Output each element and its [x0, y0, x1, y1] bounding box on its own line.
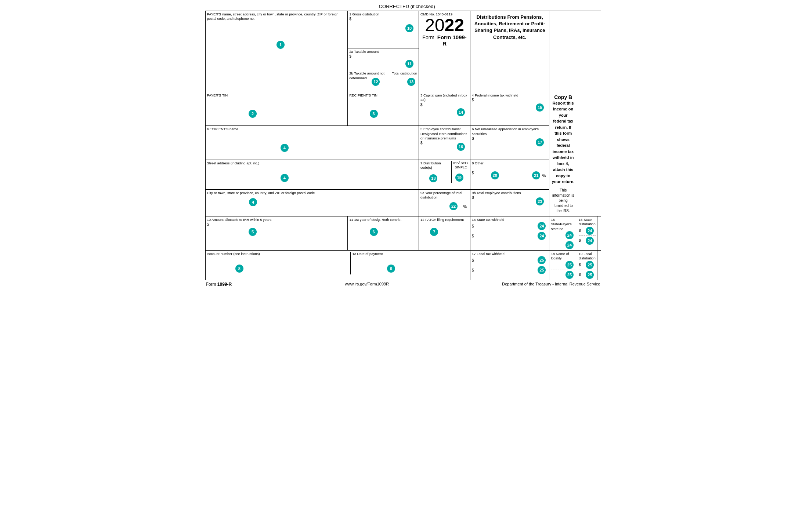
box5-cell: 5 Employee contributions/ Designated Rot… — [419, 126, 470, 160]
circle-2: 2 — [249, 110, 257, 118]
circle-14: 14 — [457, 108, 465, 116]
recipients-tin-label: RECIPIENT'S TIN — [349, 93, 417, 98]
box2b-label: 2b Taxable amount not determined — [349, 71, 387, 80]
box17-dollar1: $ — [472, 258, 474, 262]
box14-dollar2: $ — [472, 234, 474, 238]
box16-cell: 16 State distribution $ 24 $ 24 — [577, 216, 597, 251]
box14-cell: 14 State tax withheld $ 24 $ 24 — [470, 216, 549, 251]
box10-dollar: $ — [207, 222, 209, 226]
street-label: Street address (including apt. no.) — [207, 161, 418, 165]
circle-18: 18 — [429, 174, 437, 182]
box9b-label: 9b Total employee contributions — [472, 191, 547, 195]
circle-4b: 4 — [281, 174, 289, 182]
row-payer-top: PAYER'S name, street address, city or to… — [205, 11, 601, 48]
copy-b-cell: Copy B Report this income on your federa… — [549, 92, 577, 216]
box14-dollar1: $ — [472, 224, 474, 228]
circle-8: 8 — [235, 265, 243, 273]
box11-label: 11 1st year of desig. Roth contrib. — [349, 218, 417, 222]
city-label: City or town, state or province, country… — [207, 191, 418, 195]
dashed-line-3 — [579, 236, 596, 236]
box9a-label: 9a Your percentage of total distribution — [420, 191, 469, 200]
account-label: Account number (see instructions) — [207, 252, 349, 256]
city-cell: City or town, state or province, country… — [205, 189, 419, 216]
copy-b-label: Copy B — [552, 94, 574, 100]
recipient-name-cell: RECIPIENT'S name 4 — [205, 126, 419, 160]
box7-cell: 7 Distribution code(s) 18 IRA/ SEP/ SIMP… — [419, 160, 470, 189]
box2a-dollar: $ — [349, 54, 351, 58]
payers-tin-cell: PAYER'S TIN 2 — [205, 92, 348, 126]
circle-17: 17 — [536, 138, 544, 146]
circle-25a: 25 — [538, 256, 546, 264]
dashed-line-1 — [472, 231, 547, 231]
right-panel-title: Distributions From Pensions, Annuities, … — [473, 14, 547, 41]
box3-label: 3 Capital gain (included in box 2a) — [420, 93, 469, 102]
circle-16: 16 — [457, 143, 465, 151]
box3-cell: 3 Capital gain (included in box 2a) $ 14 — [419, 92, 470, 126]
payer-name-label: PAYER'S name, street address, city or to… — [207, 12, 346, 21]
box17-dollar2: $ — [472, 268, 474, 272]
box6-label: 6 Net unrealized appreciation in employe… — [472, 127, 547, 136]
total-dist-label: Total distribution — [387, 71, 417, 76]
box15-cell: 15 State/Payer's state no. 24 24 — [549, 216, 577, 251]
box1-dollar: $ — [349, 17, 351, 21]
box18-label: 18 Name of locality — [551, 252, 575, 261]
box12-label: 12 FATCA filing requirement — [420, 218, 469, 222]
circle-25f: 25 — [586, 271, 594, 279]
dashed-line-6 — [579, 270, 596, 270]
circle-24e: 24 — [586, 227, 594, 235]
right-filler-2 — [597, 250, 601, 280]
row-street: Street address (including apt. no.) 4 7 … — [205, 160, 601, 189]
box5-dollar: $ — [420, 141, 423, 145]
box12-cell: 12 FATCA filing requirement 7 — [419, 216, 470, 251]
circle-24d: 24 — [565, 241, 574, 249]
box19-label: 19 Local distribution — [579, 252, 596, 261]
box4-dollar: $ — [472, 98, 474, 102]
street-cell: Street address (including apt. no.) 4 — [205, 160, 419, 189]
info-text: This information is being furnished to t… — [552, 188, 574, 214]
circle-21: 21 — [532, 171, 540, 179]
omb-cell: OMB No. 1545-0119 2022 Form Form 1099-R — [419, 11, 470, 48]
box5-label: 5 Employee contributions/ Designated Rot… — [420, 127, 469, 141]
circle-3: 3 — [370, 110, 378, 118]
form-page: CORRECTED (if checked) PAYER'S name, str… — [202, 0, 605, 292]
box2a-label: 2a Taxable amount — [349, 50, 417, 54]
box2a-cell: 2a Taxable amount $ 11 — [348, 48, 419, 70]
footer-website: www.irs.gov/Form1099R — [345, 282, 389, 287]
box8-label: 8 Other — [472, 161, 547, 165]
recipient-name-label: RECIPIENT'S name — [207, 127, 418, 131]
row-tin: PAYER'S TIN 2 RECIPIENT'S TIN 3 3 Capita… — [205, 92, 601, 126]
circle-10: 10 — [405, 24, 413, 32]
circle-20: 20 — [491, 171, 499, 179]
box18-cell: 18 Name of locality 25 25 — [549, 250, 577, 280]
box16-label: 16 State distribution — [579, 218, 596, 227]
box8-pct: % — [542, 174, 546, 178]
omb-year-cell — [419, 48, 470, 92]
circle-24c: 24 — [565, 231, 574, 239]
corrected-checkbox[interactable] — [371, 5, 375, 9]
form-1099r-label: Form 1099-R — [437, 34, 467, 47]
box2b-cell: 2b Taxable amount not determined 12 Tota… — [348, 70, 419, 92]
box9b-cell: 9b Total employee contributions $ 23 — [470, 189, 549, 216]
dashed-line-4 — [472, 265, 547, 265]
circle-15: 15 — [536, 103, 544, 112]
circle-24b: 24 — [538, 232, 546, 240]
year-light: 20 — [425, 15, 444, 35]
box6-cell: 6 Net unrealized appreciation in employe… — [470, 126, 549, 160]
box13-label: 13 Date of payment — [352, 252, 469, 256]
box9a-pct: % — [463, 204, 467, 209]
box16-dollar2: $ — [579, 238, 581, 243]
box7-label: 7 Distribution code(s) — [420, 161, 450, 170]
circle-4a: 4 — [281, 144, 289, 152]
box1-label: 1 Gross distribution — [349, 12, 417, 17]
row-city: City or town, state or province, country… — [205, 189, 601, 216]
corrected-header: CORRECTED (if checked) — [205, 4, 601, 9]
box15-label: 15 State/Payer's state no. — [551, 218, 575, 231]
circle-4c: 4 — [249, 198, 257, 206]
box3-dollar: $ — [420, 103, 423, 107]
payers-tin-label: PAYER'S TIN — [207, 93, 346, 98]
row-recipient-name: RECIPIENT'S name 4 5 Employee contributi… — [205, 126, 601, 160]
circle-6: 6 — [370, 228, 378, 236]
box9b-dollar: $ — [472, 196, 474, 200]
box17-cell: 17 Local tax withheld $ 25 $ 25 — [470, 250, 549, 280]
box9a-cell: 9a Your percentage of total distribution… — [419, 189, 470, 216]
